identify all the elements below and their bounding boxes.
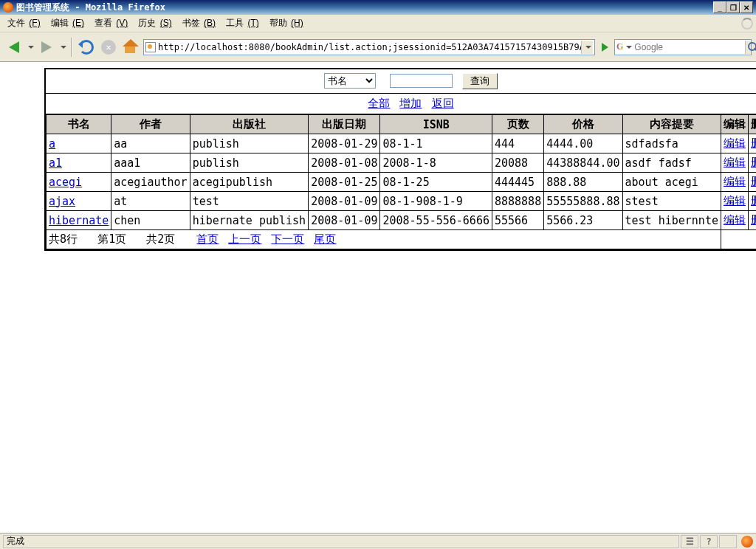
window-controls: _ ❐ ✕: [713, 1, 753, 13]
outer-table: 书名 查询 全部 增加 返回 书名 作者 出版社 出版日期: [44, 68, 756, 251]
col-summary: 内容提要: [622, 115, 721, 134]
arrow-right-icon: [41, 41, 52, 53]
cell-publisher: publish: [190, 153, 309, 173]
col-delete: 删除: [748, 115, 756, 134]
toolbar-separator: [71, 38, 72, 57]
url-history-dropdown[interactable]: [581, 41, 593, 54]
cell-price: 5566.23: [544, 211, 622, 230]
table-row: acegiacegiauthoracegipublish2008-01-2508…: [47, 173, 757, 192]
table-header-row: 书名 作者 出版社 出版日期 ISNB 页数 价格 内容提要 编辑 删除: [47, 115, 757, 134]
pager-last[interactable]: 尾页: [314, 232, 336, 246]
link-back[interactable]: 返回: [432, 97, 454, 110]
menu-tools[interactable]: 工具 (T): [221, 15, 264, 31]
col-pages: 页数: [492, 115, 543, 134]
cell-isbn: 08-1-1: [380, 134, 492, 153]
minimize-button[interactable]: _: [713, 1, 726, 13]
reload-button[interactable]: [77, 38, 96, 57]
delete-link[interactable]: 删除: [751, 213, 756, 227]
cell-publisher: publish: [190, 134, 309, 153]
cell-pubdate: 2008-01-09: [309, 211, 380, 230]
forward-button[interactable]: [37, 38, 56, 57]
cell-pages: 8888888: [492, 192, 543, 211]
maximize-button[interactable]: ❐: [726, 1, 740, 13]
cell-isbn: 08-1-25: [380, 173, 492, 192]
top-action-links: 全部 增加 返回: [46, 94, 756, 114]
cell-author: aaa1: [111, 153, 190, 173]
link-all[interactable]: 全部: [368, 97, 390, 110]
forward-dropdown-icon[interactable]: [61, 46, 66, 49]
edit-link[interactable]: 编辑: [724, 213, 746, 227]
delete-link[interactable]: 删除: [751, 156, 756, 169]
delete-link[interactable]: 删除: [751, 175, 756, 188]
menu-view[interactable]: 查看 (V): [90, 15, 132, 31]
delete-link[interactable]: 删除: [751, 137, 756, 150]
status-bar: 完成 ☰ ?: [0, 533, 756, 549]
arrow-left-icon: [9, 41, 19, 53]
col-name: 书名: [47, 115, 111, 134]
close-button[interactable]: ✕: [740, 1, 753, 13]
cell-summary: test hibernnte: [622, 211, 721, 230]
menu-file[interactable]: 文件 (F): [3, 15, 45, 31]
cell-pages: 444: [492, 134, 543, 153]
book-name-link[interactable]: a1: [49, 156, 62, 170]
engine-dropdown-icon[interactable]: [626, 46, 632, 49]
cell-isbn: 2008-1-8: [380, 153, 492, 173]
search-field-select[interactable]: 书名: [324, 73, 376, 89]
book-table: 书名 作者 出版社 出版日期 ISNB 页数 价格 内容提要 编辑 删除 aaa…: [46, 114, 756, 249]
cell-isbn: 2008-55-556-6666: [380, 211, 492, 230]
col-author: 作者: [111, 115, 190, 134]
col-pubdate: 出版日期: [309, 115, 380, 134]
pager-prev[interactable]: 上一页: [228, 232, 261, 246]
cell-summary: about acegi: [622, 173, 721, 192]
back-dropdown-icon[interactable]: [28, 46, 34, 49]
stop-button[interactable]: ✕: [99, 38, 118, 57]
firefox-status-icon: [741, 536, 753, 548]
pager-current: 第1页: [97, 232, 126, 246]
search-box[interactable]: G: [614, 39, 752, 55]
search-form-row: 书名 查询: [46, 69, 756, 93]
url-input[interactable]: [158, 41, 581, 54]
back-button[interactable]: [4, 38, 24, 57]
menu-history[interactable]: 历史 (S): [134, 15, 176, 31]
page-content: 书名 查询 全部 增加 返回 书名 作者 出版社 出版日期: [0, 62, 756, 257]
col-publisher: 出版社: [190, 115, 309, 134]
col-isbn: ISNB: [380, 115, 492, 134]
pager-first[interactable]: 首页: [196, 232, 219, 246]
edit-link[interactable]: 编辑: [724, 175, 746, 188]
status-cell-3[interactable]: [719, 535, 737, 548]
cell-pages: 55566: [492, 211, 543, 230]
pager-totalpages: 共2页: [146, 232, 175, 246]
cell-publisher: test: [190, 192, 309, 211]
book-name-link[interactable]: a: [49, 137, 55, 151]
edit-link[interactable]: 编辑: [724, 156, 746, 169]
activity-throbber-icon: [741, 18, 753, 30]
search-keyword-input[interactable]: [390, 74, 453, 88]
delete-link[interactable]: 删除: [751, 194, 756, 207]
cell-price: 888.88: [544, 173, 622, 192]
book-name-link[interactable]: acegi: [49, 176, 82, 189]
cell-pubdate: 2008-01-08: [309, 153, 380, 173]
cell-pubdate: 2008-01-09: [309, 192, 380, 211]
edit-link[interactable]: 编辑: [724, 137, 746, 150]
search-input[interactable]: [634, 41, 745, 54]
menu-edit[interactable]: 编辑 (E): [47, 15, 89, 31]
cell-price: 44388844.00: [544, 153, 622, 173]
cell-publisher: acegipublish: [190, 173, 309, 192]
menu-bookmarks[interactable]: 书签 (B): [178, 15, 220, 31]
home-button[interactable]: [121, 38, 140, 57]
pager-next[interactable]: 下一页: [271, 232, 304, 246]
search-submit-icon[interactable]: [745, 41, 751, 54]
go-button[interactable]: [598, 41, 611, 54]
url-bar[interactable]: [143, 39, 595, 55]
book-name-link[interactable]: hibernate: [49, 214, 109, 227]
table-row: a1aaa1publish2008-01-082008-1-8200884438…: [47, 153, 757, 173]
go-icon: [602, 43, 608, 52]
search-submit-button[interactable]: 查询: [462, 73, 498, 89]
menu-help[interactable]: 帮助 (H): [265, 15, 308, 31]
status-cell-2[interactable]: ?: [700, 535, 718, 548]
google-engine-icon[interactable]: G: [616, 41, 623, 54]
edit-link[interactable]: 编辑: [724, 194, 746, 207]
link-add[interactable]: 增加: [399, 97, 422, 110]
book-name-link[interactable]: ajax: [49, 195, 75, 208]
status-cell-1[interactable]: ☰: [681, 535, 698, 548]
